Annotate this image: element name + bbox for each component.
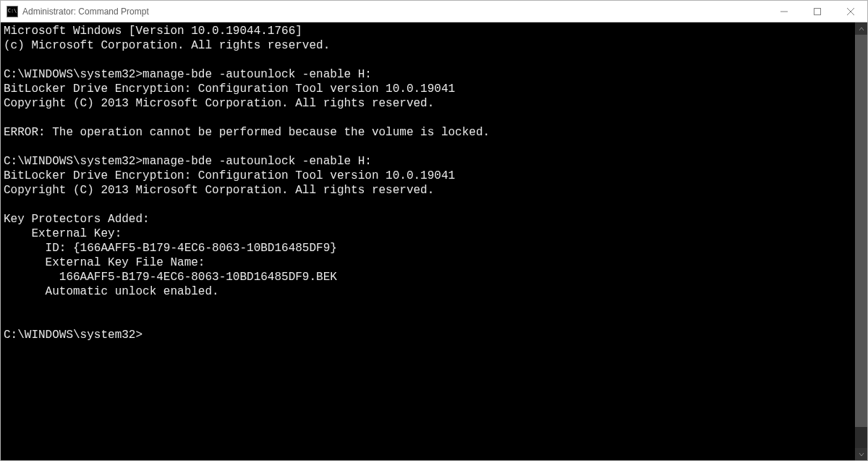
close-icon	[847, 8, 854, 15]
titlebar[interactable]: Administrator: Command Prompt	[1, 1, 867, 22]
window-controls	[767, 1, 867, 22]
scrollbar-track[interactable]	[855, 35, 867, 448]
scrollbar-thumb[interactable]	[855, 35, 867, 427]
scroll-down-button[interactable]	[855, 448, 867, 460]
client-area: Microsoft Windows [Version 10.0.19044.17…	[1, 22, 867, 460]
scroll-up-button[interactable]	[855, 22, 867, 35]
app-icon	[7, 6, 18, 17]
chevron-down-icon	[859, 452, 864, 457]
close-button[interactable]	[834, 1, 867, 22]
terminal-output[interactable]: Microsoft Windows [Version 10.0.19044.17…	[1, 22, 855, 460]
minimize-button[interactable]	[767, 1, 801, 22]
minimize-icon	[780, 8, 788, 15]
svg-rect-1	[814, 8, 821, 14]
chevron-up-icon	[859, 26, 864, 32]
app-window: Administrator: Command Prompt Microsoft …	[0, 0, 868, 461]
vertical-scrollbar[interactable]	[855, 22, 867, 460]
window-title: Administrator: Command Prompt	[22, 7, 149, 17]
maximize-button[interactable]	[801, 1, 834, 22]
maximize-icon	[814, 8, 821, 15]
